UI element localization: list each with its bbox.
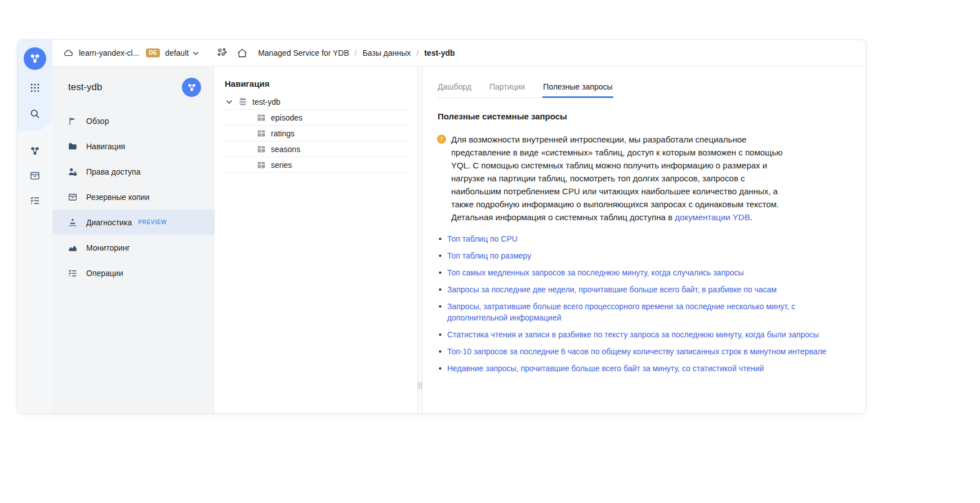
list-item: Запросы за последние две недели, прочита… bbox=[437, 284, 852, 295]
ydb-docs-link[interactable]: документации YDB bbox=[675, 212, 750, 222]
breadcrumb-service[interactable]: Managed Service for YDB bbox=[258, 48, 349, 57]
list-item: Топ таблиц по размеру bbox=[437, 250, 852, 261]
chevron-down-icon[interactable] bbox=[192, 50, 199, 57]
list-item: Статистика чтения и записи в разбивке по… bbox=[437, 329, 852, 340]
breadcrumb-separator: / bbox=[355, 48, 357, 57]
notice-text-before: Для возможности внутренней интроспекции,… bbox=[451, 135, 783, 222]
database-title: test-ydb bbox=[68, 82, 102, 93]
tree-node-ratings[interactable]: ratings bbox=[224, 126, 409, 141]
sidebar-item-operations[interactable]: Операции bbox=[52, 260, 215, 286]
query-link-top-tables-cpu[interactable]: Топ таблиц по CPU bbox=[447, 234, 518, 243]
notice-text: Для возможности внутренней интроспекции,… bbox=[451, 133, 786, 224]
search-icon[interactable] bbox=[27, 106, 43, 122]
database-sidebar: test-ydb Обзор bbox=[52, 66, 215, 413]
rail-storage-box-icon[interactable] bbox=[27, 168, 43, 184]
services-cluster-icon[interactable] bbox=[216, 47, 228, 59]
warning-icon: ! bbox=[437, 135, 446, 144]
tab-partitions[interactable]: Партиции bbox=[489, 78, 525, 98]
topbar: learn-yandex-cl... DE default bbox=[52, 40, 866, 66]
left-rail bbox=[17, 40, 52, 413]
tab-dashboard[interactable]: Дашборд bbox=[437, 78, 472, 98]
page-title: Полезные системные запросы bbox=[438, 112, 852, 121]
list-item: Топ самых медленных запросов за последню… bbox=[437, 267, 852, 278]
sidebar-item-label: Резервные копии bbox=[86, 193, 149, 202]
rail-ydb-service-icon[interactable] bbox=[27, 143, 43, 159]
list-item: Недавние запросы, прочитавшие больше все… bbox=[437, 363, 852, 374]
rail-top-section bbox=[17, 40, 52, 131]
table-icon bbox=[257, 145, 266, 154]
tree-node-seasons[interactable]: seasons bbox=[224, 141, 409, 157]
tree-node-series[interactable]: series bbox=[224, 157, 409, 173]
breadcrumb-separator: / bbox=[416, 48, 418, 57]
chevron-down-icon[interactable] bbox=[225, 98, 233, 106]
breadcrumb-databases[interactable]: Базы данных bbox=[363, 48, 411, 57]
sidebar-item-access-rights[interactable]: Права доступа bbox=[52, 159, 215, 184]
sidebar-item-overview[interactable]: Обзор bbox=[52, 108, 215, 133]
sidebar-item-label: Мониторинг bbox=[86, 243, 130, 252]
cloud-icon bbox=[63, 47, 74, 59]
tree-node-label: ratings bbox=[271, 129, 295, 138]
query-link-most-bytes-two-weeks[interactable]: Запросы за последние две недели, прочита… bbox=[447, 285, 777, 294]
ydb-logo-icon[interactable] bbox=[24, 47, 46, 70]
folder-icon bbox=[68, 141, 78, 152]
breadcrumb: Managed Service for YDB / Базы данных / … bbox=[258, 48, 455, 57]
tree-node-label: test-ydb bbox=[252, 97, 280, 106]
notice-text-after: . bbox=[750, 212, 752, 222]
sidebar-item-label: Обзор bbox=[86, 117, 109, 126]
table-icon bbox=[257, 161, 266, 170]
info-notice: ! Для возможности внутренней интроспекци… bbox=[437, 133, 786, 224]
sidebar-item-monitoring[interactable]: Мониторинг bbox=[52, 235, 215, 260]
area-chart-icon bbox=[68, 243, 78, 253]
console-window: learn-yandex-cl... DE default bbox=[17, 39, 866, 414]
database-icon bbox=[238, 97, 247, 106]
archive-box-icon bbox=[68, 192, 78, 202]
navigation-panel-title: Навигация bbox=[225, 79, 409, 88]
user-lock-icon bbox=[68, 167, 78, 177]
tree-node-episodes[interactable]: episodes bbox=[224, 110, 409, 126]
sidebar-item-label: Права доступа bbox=[86, 167, 140, 176]
sidebar-item-backups[interactable]: Резервные копии bbox=[52, 184, 215, 210]
breadcrumb-current: test-ydb bbox=[424, 48, 455, 57]
diagnostics-main-panel: Дашборд Партиции Полезные запросы Полезн… bbox=[422, 66, 866, 413]
tree-node-label: series bbox=[271, 161, 292, 170]
resize-grip-icon[interactable] bbox=[418, 382, 421, 389]
content-row: test-ydb Обзор bbox=[52, 66, 866, 413]
environment-badge[interactable]: DE bbox=[146, 48, 160, 57]
query-link-top-tables-size[interactable]: Топ таблиц по размеру bbox=[447, 251, 531, 260]
preview-badge: PREVIEW bbox=[138, 219, 167, 225]
query-link-recent-read-bytes[interactable]: Недавние запросы, прочитавшие больше все… bbox=[447, 364, 764, 373]
list-item: Топ-10 запросов за последние 6 часов по … bbox=[437, 346, 852, 357]
navigation-panel: Навигация test-ydb bbox=[215, 66, 417, 413]
query-link-most-cpu-time[interactable]: Запросы, затратившие больше всего процес… bbox=[447, 302, 795, 322]
cloud-selector[interactable]: learn-yandex-cl... bbox=[79, 48, 139, 57]
tree-node-label: episodes bbox=[271, 113, 302, 122]
sidebar-header: test-ydb bbox=[52, 66, 215, 104]
sidebar-item-diagnostics[interactable]: Диагностика PREVIEW bbox=[52, 210, 215, 235]
sidebar-menu: Обзор Навигация bbox=[52, 108, 215, 286]
query-links-list: Топ таблиц по CPU Топ таблиц по размеру … bbox=[437, 233, 852, 374]
query-link-read-write-stats[interactable]: Статистика чтения и записи в разбивке по… bbox=[447, 330, 819, 339]
sidebar-item-navigation[interactable]: Навигация bbox=[52, 133, 215, 159]
sidebar-item-label: Навигация bbox=[86, 142, 125, 151]
table-icon bbox=[257, 113, 266, 122]
home-icon[interactable] bbox=[237, 47, 248, 59]
query-link-slowest-queries[interactable]: Топ самых медленных запросов за последню… bbox=[447, 268, 744, 277]
tree-node-database[interactable]: test-ydb bbox=[224, 94, 409, 110]
ydb-database-icon bbox=[182, 78, 201, 97]
panel-resize-handle[interactable] bbox=[417, 66, 422, 413]
rail-operations-list-icon[interactable] bbox=[27, 193, 43, 208]
apps-grid-icon[interactable] bbox=[27, 80, 43, 96]
sidebar-item-label: Операции bbox=[86, 269, 123, 278]
tab-useful-queries[interactable]: Полезные запросы bbox=[542, 78, 613, 98]
list-item: Топ таблиц по CPU bbox=[437, 233, 852, 244]
query-link-top10-written-rows[interactable]: Топ-10 запросов за последние 6 часов по … bbox=[447, 347, 826, 356]
folder-selector[interactable]: default bbox=[165, 48, 189, 57]
flag-icon bbox=[68, 116, 78, 126]
tab-bar: Дашборд Партиции Полезные запросы bbox=[437, 78, 613, 98]
diagnostics-icon bbox=[68, 217, 78, 228]
sidebar-item-label: Диагностика bbox=[86, 218, 132, 227]
window-main: learn-yandex-cl... DE default bbox=[52, 40, 866, 413]
list-item: Запросы, затратившие больше всего процес… bbox=[437, 301, 852, 323]
tree-node-label: seasons bbox=[271, 145, 300, 154]
table-icon bbox=[257, 129, 266, 138]
